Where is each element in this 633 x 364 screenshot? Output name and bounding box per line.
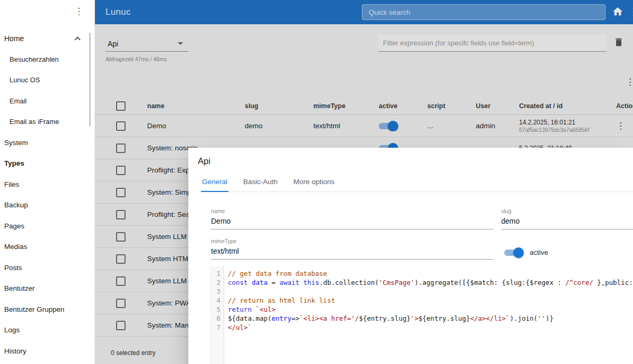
- editor-gutter: 1234567: [210, 266, 224, 364]
- chevron-up-icon: [74, 36, 80, 42]
- line-number: 6: [210, 314, 220, 323]
- sidebar-item-system[interactable]: System: [0, 132, 94, 154]
- api-dialog: Api GeneralBasic-AuthMore options name D…: [188, 148, 633, 364]
- sidebar-item-lunuc-os[interactable]: Lunuc OS: [0, 70, 94, 91]
- code-line: return `<ul>: [228, 305, 633, 314]
- sidebar-item-email-as-iframe[interactable]: Email as iFrame: [0, 111, 94, 132]
- name-field-label: name: [211, 208, 493, 214]
- sidebar-item-backup[interactable]: Backup: [0, 195, 94, 216]
- line-number: 5: [210, 305, 220, 314]
- line-number: 4: [210, 296, 220, 305]
- sidebar-item-label: Email: [9, 97, 27, 105]
- line-number: 7: [210, 323, 220, 332]
- sidebar-item-besucherzahlen[interactable]: Besucherzahlen: [0, 49, 94, 70]
- sidebar-item-label: Files: [4, 180, 20, 188]
- sidebar-item-history[interactable]: History: [0, 341, 94, 362]
- sidebar-item-label: Besucherzahlen: [9, 55, 59, 63]
- line-number: 3: [210, 287, 220, 296]
- sidebar-item-logs[interactable]: Logs: [0, 320, 94, 341]
- tab-more-options[interactable]: More options: [292, 178, 335, 191]
- sidebar-item-label: History: [4, 347, 26, 355]
- sidebar-item-label: Medias: [4, 243, 27, 251]
- mimetype-field[interactable]: mimeType text/html: [211, 238, 493, 260]
- sidebar-item-pages[interactable]: Pages: [0, 216, 94, 237]
- sidebar-menu: HomeBesucherzahlenLunuc OSEmailEmail as …: [0, 28, 94, 361]
- dialog-form: name Demo slug demo mimeType text/html: [211, 208, 633, 275]
- sidebar-item-email[interactable]: Email: [0, 91, 94, 112]
- sidebar-item-medias[interactable]: Medias: [0, 236, 94, 257]
- sidebar-item-bentutzer-gruppen[interactable]: Bentutzer Gruppen: [0, 299, 94, 320]
- sidebar: ⋮ HomeBesucherzahlenLunuc OSEmailEmail a…: [0, 0, 95, 364]
- sidebar-item-posts[interactable]: Posts: [0, 257, 94, 279]
- active-toggle-label: active: [530, 248, 548, 256]
- sidebar-item-label: Bentutzer: [4, 284, 35, 292]
- line-number: 1: [210, 269, 220, 278]
- dialog-tabs: GeneralBasic-AuthMore options: [201, 178, 633, 192]
- code-line: // get data from database: [228, 269, 633, 278]
- mimetype-field-value[interactable]: text/html: [211, 244, 493, 260]
- name-field-value[interactable]: Demo: [211, 214, 493, 229]
- code-line: [228, 287, 633, 296]
- slug-field-value[interactable]: demo: [501, 214, 633, 229]
- sidebar-menu-icon[interactable]: ⋮: [74, 7, 83, 16]
- sidebar-item-label: Lunuc OS: [9, 76, 40, 84]
- sidebar-item-label: Backup: [4, 201, 28, 209]
- sidebar-item-label: System: [4, 139, 28, 147]
- sidebar-item-label: Types: [4, 159, 24, 167]
- sidebar-item-label: Bentutzer Gruppen: [4, 305, 64, 313]
- sidebar-item-files[interactable]: Files: [0, 174, 94, 195]
- dialog-title: Api: [188, 148, 633, 166]
- sidebar-item-types[interactable]: Types: [0, 153, 94, 174]
- tab-general[interactable]: General: [201, 178, 228, 191]
- code-line: ${data.map(entry=>`<li><a href='/${entry…: [228, 314, 633, 323]
- sidebar-item-label: Home: [4, 34, 24, 43]
- slug-field[interactable]: slug demo: [501, 208, 633, 229]
- mimetype-field-label: mimeType: [211, 238, 493, 244]
- active-toggle[interactable]: [504, 247, 522, 258]
- slug-field-label: slug: [501, 208, 633, 214]
- sidebar-item-label: Posts: [4, 264, 22, 272]
- line-number: 2: [210, 278, 220, 287]
- code-line: </ul>`: [228, 323, 633, 332]
- sidebar-scrollbar[interactable]: [89, 33, 91, 127]
- editor-code[interactable]: // get data from databaseconst data = aw…: [224, 266, 633, 364]
- code-line: const data = await this.db.collection('C…: [228, 278, 633, 287]
- code-editor[interactable]: 1234567 // get data from databaseconst d…: [210, 266, 633, 364]
- code-line: // return as html link list: [228, 296, 633, 305]
- sidebar-item-label: Email as iFrame: [9, 118, 59, 126]
- sidebar-item-home[interactable]: Home: [0, 28, 94, 49]
- app-root: Lunuc ⋮ Api Abfragezeit 47ms / 48ms ⋮ na…: [0, 0, 633, 364]
- sidebar-header: ⋮: [0, 0, 94, 24]
- sidebar-item-label: Pages: [4, 222, 24, 230]
- toggle-thumb: [513, 247, 524, 258]
- sidebar-item-bentutzer[interactable]: Bentutzer: [0, 278, 94, 299]
- tab-basic-auth[interactable]: Basic-Auth: [242, 178, 279, 191]
- sidebar-item-label: Logs: [4, 326, 20, 334]
- name-field[interactable]: name Demo: [211, 208, 493, 229]
- active-toggle-row: active: [501, 245, 633, 260]
